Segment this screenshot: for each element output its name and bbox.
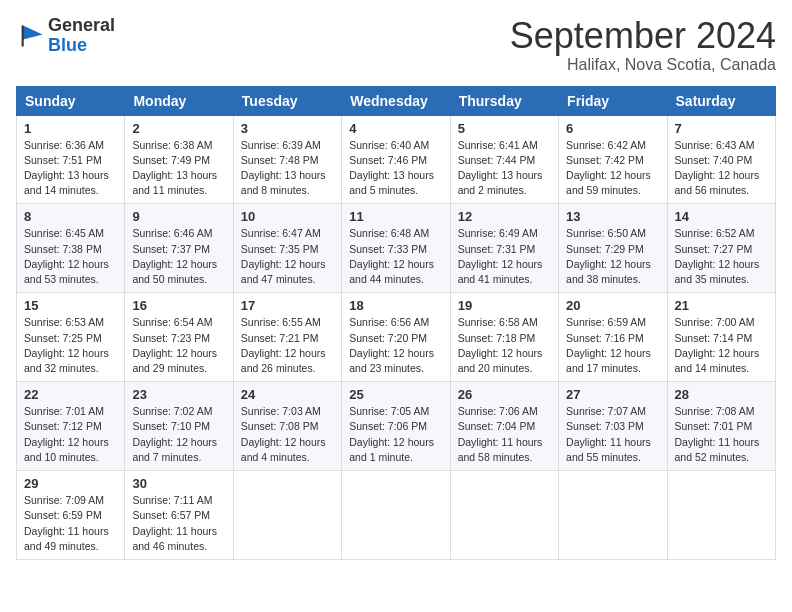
day-info: Sunrise: 6:40 AMSunset: 7:46 PMDaylight:…	[349, 138, 442, 199]
day-info: Sunrise: 7:02 AMSunset: 7:10 PMDaylight:…	[132, 404, 225, 465]
calendar-cell: 28Sunrise: 7:08 AMSunset: 7:01 PMDayligh…	[667, 382, 775, 471]
day-number: 25	[349, 387, 442, 402]
calendar-cell: 23Sunrise: 7:02 AMSunset: 7:10 PMDayligh…	[125, 382, 233, 471]
calendar-table: SundayMondayTuesdayWednesdayThursdayFrid…	[16, 86, 776, 560]
calendar-cell: 8Sunrise: 6:45 AMSunset: 7:38 PMDaylight…	[17, 204, 125, 293]
calendar-cell: 11Sunrise: 6:48 AMSunset: 7:33 PMDayligh…	[342, 204, 450, 293]
day-number: 3	[241, 121, 334, 136]
day-info: Sunrise: 6:45 AMSunset: 7:38 PMDaylight:…	[24, 226, 117, 287]
day-info: Sunrise: 6:46 AMSunset: 7:37 PMDaylight:…	[132, 226, 225, 287]
day-info: Sunrise: 7:00 AMSunset: 7:14 PMDaylight:…	[675, 315, 768, 376]
calendar-cell: 7Sunrise: 6:43 AMSunset: 7:40 PMDaylight…	[667, 115, 775, 204]
calendar-cell: 5Sunrise: 6:41 AMSunset: 7:44 PMDaylight…	[450, 115, 558, 204]
calendar-cell: 20Sunrise: 6:59 AMSunset: 7:16 PMDayligh…	[559, 293, 667, 382]
calendar-cell: 24Sunrise: 7:03 AMSunset: 7:08 PMDayligh…	[233, 382, 341, 471]
day-info: Sunrise: 7:07 AMSunset: 7:03 PMDaylight:…	[566, 404, 659, 465]
day-number: 15	[24, 298, 117, 313]
calendar-week-row: 29Sunrise: 7:09 AMSunset: 6:59 PMDayligh…	[17, 471, 776, 560]
calendar-cell: 26Sunrise: 7:06 AMSunset: 7:04 PMDayligh…	[450, 382, 558, 471]
day-number: 11	[349, 209, 442, 224]
header-day-wednesday: Wednesday	[342, 86, 450, 115]
day-number: 28	[675, 387, 768, 402]
header-day-friday: Friday	[559, 86, 667, 115]
day-info: Sunrise: 6:54 AMSunset: 7:23 PMDaylight:…	[132, 315, 225, 376]
day-info: Sunrise: 6:59 AMSunset: 7:16 PMDaylight:…	[566, 315, 659, 376]
calendar-header-row: SundayMondayTuesdayWednesdayThursdayFrid…	[17, 86, 776, 115]
logo-general-text: General Blue	[48, 16, 115, 56]
calendar-cell: 14Sunrise: 6:52 AMSunset: 7:27 PMDayligh…	[667, 204, 775, 293]
logo-icon	[16, 22, 44, 50]
calendar-cell: 2Sunrise: 6:38 AMSunset: 7:49 PMDaylight…	[125, 115, 233, 204]
calendar-week-row: 1Sunrise: 6:36 AMSunset: 7:51 PMDaylight…	[17, 115, 776, 204]
day-number: 24	[241, 387, 334, 402]
day-info: Sunrise: 6:41 AMSunset: 7:44 PMDaylight:…	[458, 138, 551, 199]
day-number: 16	[132, 298, 225, 313]
calendar-cell: 9Sunrise: 6:46 AMSunset: 7:37 PMDaylight…	[125, 204, 233, 293]
month-title: September 2024	[510, 16, 776, 56]
calendar-cell: 27Sunrise: 7:07 AMSunset: 7:03 PMDayligh…	[559, 382, 667, 471]
day-number: 4	[349, 121, 442, 136]
title-section: September 2024 Halifax, Nova Scotia, Can…	[510, 16, 776, 74]
day-number: 9	[132, 209, 225, 224]
calendar-cell	[559, 471, 667, 560]
day-info: Sunrise: 6:50 AMSunset: 7:29 PMDaylight:…	[566, 226, 659, 287]
day-info: Sunrise: 6:52 AMSunset: 7:27 PMDaylight:…	[675, 226, 768, 287]
calendar-cell: 30Sunrise: 7:11 AMSunset: 6:57 PMDayligh…	[125, 471, 233, 560]
day-number: 17	[241, 298, 334, 313]
day-info: Sunrise: 6:42 AMSunset: 7:42 PMDaylight:…	[566, 138, 659, 199]
day-number: 18	[349, 298, 442, 313]
day-info: Sunrise: 6:47 AMSunset: 7:35 PMDaylight:…	[241, 226, 334, 287]
day-number: 12	[458, 209, 551, 224]
day-number: 7	[675, 121, 768, 136]
calendar-cell: 1Sunrise: 6:36 AMSunset: 7:51 PMDaylight…	[17, 115, 125, 204]
calendar-cell: 25Sunrise: 7:05 AMSunset: 7:06 PMDayligh…	[342, 382, 450, 471]
day-info: Sunrise: 6:58 AMSunset: 7:18 PMDaylight:…	[458, 315, 551, 376]
calendar-cell: 17Sunrise: 6:55 AMSunset: 7:21 PMDayligh…	[233, 293, 341, 382]
calendar-cell: 22Sunrise: 7:01 AMSunset: 7:12 PMDayligh…	[17, 382, 125, 471]
calendar-cell: 29Sunrise: 7:09 AMSunset: 6:59 PMDayligh…	[17, 471, 125, 560]
day-number: 10	[241, 209, 334, 224]
day-number: 20	[566, 298, 659, 313]
day-info: Sunrise: 6:56 AMSunset: 7:20 PMDaylight:…	[349, 315, 442, 376]
day-info: Sunrise: 6:43 AMSunset: 7:40 PMDaylight:…	[675, 138, 768, 199]
day-info: Sunrise: 6:48 AMSunset: 7:33 PMDaylight:…	[349, 226, 442, 287]
calendar-cell: 16Sunrise: 6:54 AMSunset: 7:23 PMDayligh…	[125, 293, 233, 382]
calendar-week-row: 8Sunrise: 6:45 AMSunset: 7:38 PMDaylight…	[17, 204, 776, 293]
day-number: 14	[675, 209, 768, 224]
calendar-cell: 13Sunrise: 6:50 AMSunset: 7:29 PMDayligh…	[559, 204, 667, 293]
location-subtitle: Halifax, Nova Scotia, Canada	[510, 56, 776, 74]
day-number: 2	[132, 121, 225, 136]
calendar-cell: 21Sunrise: 7:00 AMSunset: 7:14 PMDayligh…	[667, 293, 775, 382]
day-info: Sunrise: 7:03 AMSunset: 7:08 PMDaylight:…	[241, 404, 334, 465]
calendar-cell: 18Sunrise: 6:56 AMSunset: 7:20 PMDayligh…	[342, 293, 450, 382]
calendar-cell	[342, 471, 450, 560]
calendar-cell: 15Sunrise: 6:53 AMSunset: 7:25 PMDayligh…	[17, 293, 125, 382]
day-number: 29	[24, 476, 117, 491]
day-number: 19	[458, 298, 551, 313]
calendar-cell: 3Sunrise: 6:39 AMSunset: 7:48 PMDaylight…	[233, 115, 341, 204]
day-number: 1	[24, 121, 117, 136]
day-info: Sunrise: 6:36 AMSunset: 7:51 PMDaylight:…	[24, 138, 117, 199]
day-info: Sunrise: 6:49 AMSunset: 7:31 PMDaylight:…	[458, 226, 551, 287]
calendar-cell	[233, 471, 341, 560]
day-info: Sunrise: 6:55 AMSunset: 7:21 PMDaylight:…	[241, 315, 334, 376]
logo: General Blue	[16, 16, 115, 56]
calendar-cell: 10Sunrise: 6:47 AMSunset: 7:35 PMDayligh…	[233, 204, 341, 293]
day-number: 23	[132, 387, 225, 402]
calendar-cell: 6Sunrise: 6:42 AMSunset: 7:42 PMDaylight…	[559, 115, 667, 204]
day-info: Sunrise: 7:11 AMSunset: 6:57 PMDaylight:…	[132, 493, 225, 554]
day-info: Sunrise: 7:09 AMSunset: 6:59 PMDaylight:…	[24, 493, 117, 554]
calendar-cell: 19Sunrise: 6:58 AMSunset: 7:18 PMDayligh…	[450, 293, 558, 382]
day-info: Sunrise: 7:01 AMSunset: 7:12 PMDaylight:…	[24, 404, 117, 465]
calendar-cell	[667, 471, 775, 560]
header: General Blue September 2024 Halifax, Nov…	[16, 16, 776, 74]
day-info: Sunrise: 7:08 AMSunset: 7:01 PMDaylight:…	[675, 404, 768, 465]
day-number: 22	[24, 387, 117, 402]
day-number: 6	[566, 121, 659, 136]
day-info: Sunrise: 7:06 AMSunset: 7:04 PMDaylight:…	[458, 404, 551, 465]
day-info: Sunrise: 7:05 AMSunset: 7:06 PMDaylight:…	[349, 404, 442, 465]
day-number: 21	[675, 298, 768, 313]
day-info: Sunrise: 6:38 AMSunset: 7:49 PMDaylight:…	[132, 138, 225, 199]
header-day-tuesday: Tuesday	[233, 86, 341, 115]
calendar-cell: 4Sunrise: 6:40 AMSunset: 7:46 PMDaylight…	[342, 115, 450, 204]
